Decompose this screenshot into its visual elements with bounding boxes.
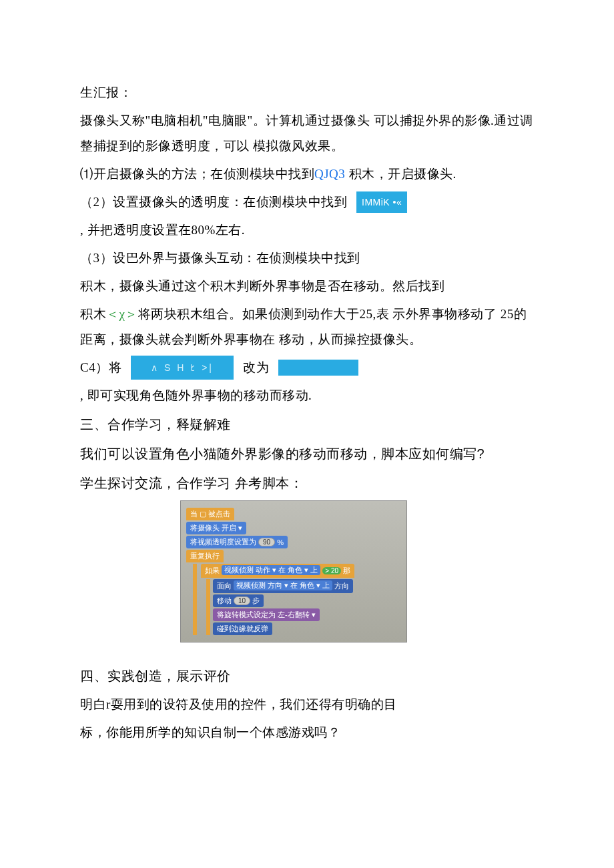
script-block-move: 移动 10 步 [213, 594, 264, 607]
paragraph-practice-a: 明白r耍用到的设符及使用的控件，我们还得有明确的目 [80, 692, 534, 717]
green-chi: ＜χ＞ [106, 307, 138, 321]
b5b: 视频侦测 动作 ▾ 在 角色 ▾ 上 [222, 565, 320, 575]
paragraph-step2b: , 并把透明度设置在80%左右. [80, 218, 534, 243]
paragraph-step4: C4）将 ∧ S H ﾋ >| 改为 [80, 355, 534, 380]
paragraph-step4b: , 即可实现角色随外界事物的移动而移动. [80, 383, 534, 408]
b5a: 如果 [205, 566, 220, 576]
paragraph-practice-b: 标，你能用所学的知识自制一个体感游戏吗？ [80, 720, 534, 745]
b7b: 步 [252, 596, 260, 606]
script-block-when-clicked: 当 ▢ 被点击 [186, 508, 234, 520]
link-qjq3[interactable]: QJQ3 [314, 167, 345, 181]
block-ash: ∧ S H ﾋ >| [131, 356, 234, 380]
b5d: 那 [343, 566, 350, 576]
script-block-camera-on: 将摄像头 开启 ▾ [186, 522, 246, 534]
step1-text-b: 积木，开启摄像头. [345, 167, 456, 181]
b6b: 视频侦测 方向 ▾ 在 角色 ▾ 上 [234, 580, 332, 590]
script-block-if: 如果 视频侦测 动作 ▾ 在 角色 ▾ 上 > 20 那 [201, 564, 354, 578]
b3v: 90 [258, 538, 275, 546]
paragraph-step2: （2）设置摄像头的透明度：在侦测模块中找到 IMMiK •« [80, 189, 534, 215]
heading-section4: 四、实践创造，展示评价 [80, 663, 534, 689]
step2-text: （2）设置摄像头的透明度：在侦测模块中找到 [80, 189, 347, 215]
script-block-forever: 重复执行 [186, 550, 224, 562]
b6a: 面向 [217, 581, 232, 591]
step4-b: 改为 [243, 355, 269, 380]
b5c: > 20 [322, 567, 341, 574]
step3c-a: 积木 [80, 307, 106, 321]
paragraph-discuss: 学生探讨交流，合作学习 弁考脚本： [80, 470, 534, 496]
step1-text-a: ⑴开启摄像头的方法；在侦测模块中找到 [80, 167, 314, 181]
paragraph-step3: （3）设巴外界与摄像头互动：在侦测模块中找到 [80, 246, 534, 271]
paragraph-step3b: 积木，摄像头通过这个积木判断外界事物是否在移动。然后找到 [80, 274, 534, 299]
step4-a: C4）将 [80, 355, 121, 380]
b3a: 将视频透明度设置为 [190, 537, 256, 547]
script-block-rotation: 将旋转模式设定为 左-右翻转 ▾ [213, 608, 320, 621]
paragraph-camera-intro: 摄像头又称"电脑相机"电脑眼"。计算机通过摄像头 可以捕捉外界的影像.通过调整捕… [80, 108, 534, 159]
paragraph-report-label: 生汇报： [80, 80, 534, 105]
paragraph-question: 我们可以设置角色小猫随外界影像的移动而移动，脚本应如何编写? [80, 440, 534, 467]
b7a: 移动 [217, 596, 232, 606]
b7v: 10 [234, 596, 250, 605]
script-block-point: 面向 视频侦测 方向 ▾ 在 角色 ▾ 上 方向 [213, 579, 353, 593]
step3c-b: 将两块积木组合。如果侦测到动作大于25,表 示外界事物移动了 25的距离，摄像头… [80, 307, 527, 346]
b6c: 方向 [334, 581, 349, 591]
script-block-bounce: 碰到边缘就反弹 [213, 622, 272, 635]
block-empty [278, 360, 358, 376]
badge-immik: IMMiK •« [356, 191, 407, 213]
scratch-script-image: 当 ▢ 被点击 将摄像头 开启 ▾ 将视频透明度设置为 90 % 重复执行 如果… [180, 500, 407, 642]
b3b: % [277, 538, 284, 546]
paragraph-step3c: 积木＜χ＞将两块积木组合。如果侦测到动作大于25,表 示外界事物移动了 25的距… [80, 302, 534, 352]
script-block-transparency: 将视频透明度设置为 90 % [186, 536, 288, 548]
paragraph-step1: ⑴开启摄像头的方法；在侦测模块中找到QJQ3 积木，开启摄像头. [80, 161, 534, 187]
heading-section3: 三、合作学习，释疑解难 [80, 411, 534, 438]
